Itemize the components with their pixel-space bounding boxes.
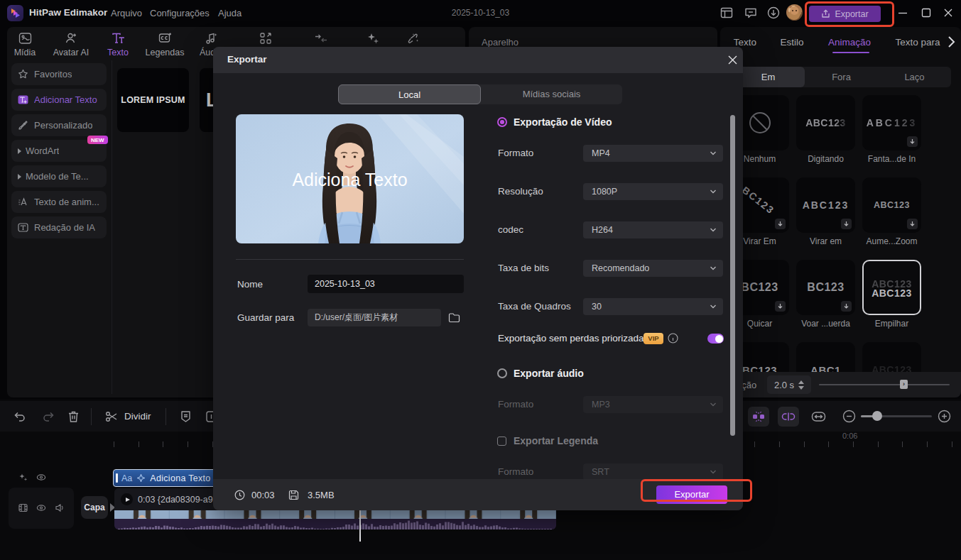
tab-animacao[interactable]: Animação [825, 33, 874, 53]
sidebar-item-texto-animado[interactable]: Texto de anim... [11, 191, 107, 213]
zoom-in-icon[interactable] [938, 410, 951, 423]
tab-local[interactable]: Local [338, 84, 481, 104]
animation-name: Empilhar [862, 319, 921, 329]
folder-icon[interactable] [448, 312, 460, 324]
filename-input[interactable]: 2025-10-13_03 [308, 275, 464, 293]
text-clip-label: Adiciona Texto [150, 473, 210, 483]
animation-option-aumentar-zoom[interactable]: ABC123 Aume...Zoom [862, 177, 921, 246]
nav-item-texto[interactable]: Texto [95, 32, 141, 57]
tab-estilo[interactable]: Estilo [777, 33, 807, 53]
thumb-text: ABC123 [803, 199, 849, 211]
split-label[interactable]: Dividir [124, 411, 151, 422]
duration-slider[interactable]: › [819, 384, 950, 385]
redo-icon[interactable] [41, 410, 55, 424]
sidebar-item-label: Texto de anim... [34, 197, 99, 207]
sidebar-item-wordart[interactable]: WordArt NEW [11, 140, 107, 162]
maximize-button[interactable] [920, 6, 933, 19]
effects-icon [391, 32, 436, 45]
sidebar-item-modelo-de-texto[interactable]: Modelo de Te... [11, 165, 107, 187]
subtab-laco[interactable]: Laço [878, 67, 951, 87]
download-icon[interactable] [767, 6, 780, 19]
audio-export-radio[interactable] [497, 368, 507, 378]
download-badge-icon [907, 219, 918, 229]
zoom-out-icon[interactable] [842, 410, 856, 423]
sidebar-item-redacao-ia[interactable]: Redação de IA [11, 216, 107, 238]
export-button-top[interactable]: Exportar [809, 6, 881, 22]
framerate-select[interactable]: 30 [583, 298, 723, 315]
duration-slider-handle[interactable]: › [900, 380, 908, 389]
subtitle-export-checkbox[interactable] [497, 437, 506, 446]
animation-option-virar-em-2[interactable]: ABC123 Virar em [796, 177, 855, 246]
sidebar-item-personalizado[interactable]: Personalizado [11, 114, 107, 136]
lossless-toggle[interactable] [707, 334, 724, 344]
download-badge-icon [775, 301, 786, 312]
animated-text-icon [18, 197, 28, 207]
link-icon[interactable] [778, 407, 799, 427]
fit-timeline-icon[interactable] [811, 410, 826, 424]
minimize-button[interactable] [896, 6, 909, 19]
tab-texto-para[interactable]: Texto para [891, 33, 945, 53]
save-size-icon [288, 490, 299, 500]
feedback-icon[interactable] [744, 6, 757, 19]
nav-item-avatar-ai[interactable]: Avatar AI [48, 32, 94, 57]
sidebar-item-favoritos[interactable]: Favoritos [11, 63, 107, 85]
export-duration: 00:03 [251, 490, 275, 500]
audio-icon [188, 32, 234, 45]
cover-button[interactable]: Capa [81, 496, 108, 519]
dialog-scrollbar[interactable] [730, 115, 735, 436]
tab-underline [832, 52, 869, 53]
track-visibility-icon[interactable] [36, 473, 45, 482]
resolution-select[interactable]: 1080P [583, 183, 723, 200]
layout-panels-icon[interactable] [720, 6, 733, 19]
export-confirm-button[interactable]: Exportar [656, 485, 727, 504]
nav-item-legendas[interactable]: Legendas [142, 32, 188, 57]
track-visibility-icon[interactable] [36, 503, 45, 512]
chevron-down-icon [710, 468, 717, 476]
chevron-right-icon[interactable] [946, 34, 956, 50]
info-icon[interactable] [668, 333, 678, 344]
resolution-label: Resolução [498, 186, 543, 197]
subtab-fora[interactable]: Fora [805, 67, 878, 87]
duration-value: 2.0 s [774, 380, 794, 390]
track-magic-icon[interactable] [18, 473, 28, 482]
bitrate-select[interactable]: Recomendado [583, 260, 723, 277]
sidebar-item-label: WordArt [26, 146, 59, 156]
nav-label: Legendas [142, 48, 188, 57]
nav-item-midia[interactable]: Mídia [2, 32, 48, 57]
bitrate-label: Taxa de bits [498, 263, 549, 273]
tab-midias-sociais[interactable]: Mídias sociais [481, 84, 622, 104]
timeline-zoom-slider[interactable] [861, 415, 932, 417]
undo-icon[interactable] [13, 410, 27, 424]
clip-trim-handle[interactable] [116, 473, 118, 483]
marker-icon[interactable] [179, 410, 193, 424]
app-window: HitPaw Edimakor Arquivo Configurações Aj… [0, 0, 961, 560]
stepper-arrows-icon[interactable] [798, 380, 804, 390]
sidebar-item-adicionar-texto[interactable]: Adicionar Texto [11, 89, 107, 111]
track-film-icon[interactable] [18, 503, 28, 512]
subtitle-format-label: Formato [498, 466, 533, 477]
snap-icon[interactable] [748, 407, 769, 427]
animation-option-digitando[interactable]: ABC123 Digitando [796, 95, 855, 164]
close-window-button[interactable] [942, 6, 955, 19]
zoom-slider-handle[interactable] [872, 411, 882, 421]
save-path-input[interactable]: D:/user/桌面/图片素材 [308, 309, 441, 326]
thumb-text: BC123 [741, 281, 778, 294]
dialog-close-icon[interactable] [727, 55, 738, 65]
duration-stepper[interactable]: 2.0 s [767, 375, 811, 394]
chevron-down-icon [710, 226, 717, 234]
codec-select[interactable]: H264 [583, 221, 723, 238]
animation-name: Digitando [796, 154, 855, 164]
delete-icon[interactable] [67, 410, 81, 424]
sidebar-item-label: Adicionar Texto [34, 94, 97, 105]
split-icon[interactable] [104, 410, 119, 424]
user-avatar[interactable] [786, 4, 803, 21]
play-icon[interactable] [121, 493, 133, 505]
format-select[interactable]: MP4 [583, 145, 723, 162]
animation-option-empilhar[interactable]: ABC123 ABC123 Empilhar [862, 260, 921, 329]
track-audio-icon[interactable] [55, 503, 64, 512]
text-template-card[interactable]: LOREM IPSUM [117, 68, 189, 132]
animation-option-fantasia[interactable]: ABC123 Fanta...de In [862, 95, 921, 164]
animation-option-voar-esquerda[interactable]: BC123 Voar ...uerda [796, 260, 855, 329]
format-value: MP4 [592, 148, 610, 158]
video-export-radio[interactable] [497, 117, 507, 127]
